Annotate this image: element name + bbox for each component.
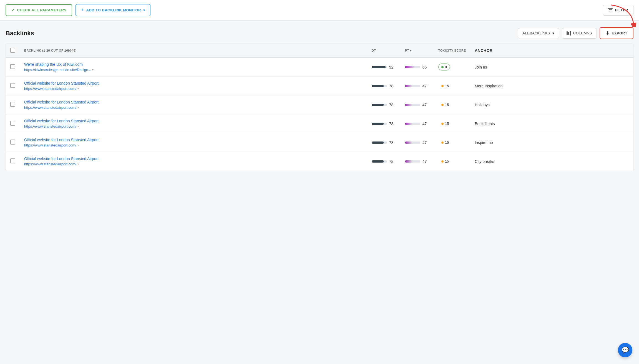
toxicity-dot-5 — [441, 160, 444, 163]
backlink-url-link-4[interactable]: https://www.stanstedairport.com/ — [24, 143, 76, 147]
anchor-text-5: City breaks — [475, 159, 494, 164]
row-dt-cell-2: 78 — [367, 95, 401, 114]
dt-score-number-4: 78 — [389, 140, 394, 145]
backlink-url-link-0[interactable]: https://kiwicomdesign.notion.site/Design… — [24, 68, 91, 72]
toxicity-value-4: 15 — [445, 140, 449, 145]
dt-score-number-1: 78 — [389, 84, 394, 88]
dt-score-bar-0 — [372, 66, 387, 68]
dt-score-number-5: 78 — [389, 159, 394, 164]
backlink-title-3[interactable]: Official website for London Stansted Air… — [24, 119, 363, 123]
pt-score-number-5: 47 — [422, 159, 427, 164]
toolbar: ✓ CHECK ALL PARAMETERS + ADD TO BACKLINK… — [0, 0, 639, 21]
row-dt-cell-3: 78 — [367, 114, 401, 133]
dt-score-container-5: 78 — [372, 159, 396, 164]
toolbar-right: FILTER — [603, 5, 633, 16]
pt-score-bar-3 — [405, 123, 420, 125]
header-pt[interactable]: PT ▾ — [401, 44, 434, 57]
select-all-checkbox[interactable] — [10, 48, 15, 53]
columns-icon — [567, 31, 571, 36]
row-checkbox-0[interactable] — [10, 64, 15, 69]
header-dt: DT — [367, 44, 401, 57]
row-dt-cell-5: 78 — [367, 152, 401, 171]
row-pt-cell-5: 47 — [401, 152, 434, 171]
row-backlink-cell-5: Official website for London Stansted Air… — [20, 152, 367, 171]
pt-score-bar-0 — [405, 66, 420, 68]
row-checkbox-cell — [6, 133, 20, 152]
row-toxicity-cell-4: 15 — [434, 133, 471, 152]
row-pt-cell-1: 47 — [401, 77, 434, 95]
row-checkbox-3[interactable] — [10, 121, 15, 126]
backlink-url-link-2[interactable]: https://www.stanstedairport.com/ — [24, 105, 76, 110]
url-expand-icon-1[interactable]: ▾ — [77, 87, 79, 90]
table-header: BACKLINK (1-20 OUT OF 109046) DT PT ▾ TO… — [6, 44, 633, 57]
sort-desc-icon: ▾ — [410, 49, 412, 52]
check-all-label: CHECK ALL PARAMETERS — [17, 8, 67, 12]
header-anchor: ANCHOR — [470, 44, 633, 57]
row-dt-cell-0: 92 — [367, 57, 401, 77]
page-title: Backlinks — [6, 30, 34, 37]
pt-col-label: PT — [405, 49, 409, 52]
columns-button[interactable]: COLUMNS — [562, 28, 597, 39]
pt-score-fill-3 — [405, 123, 412, 125]
check-all-parameters-button[interactable]: ✓ CHECK ALL PARAMETERS — [6, 4, 72, 16]
row-checkbox-1[interactable] — [10, 83, 15, 88]
toxicity-value-2: 15 — [445, 103, 449, 107]
dt-score-bar-5 — [372, 160, 387, 163]
row-pt-cell-0: 66 — [401, 57, 434, 77]
filter-icon — [608, 8, 613, 12]
toxicity-value-5: 15 — [445, 159, 449, 163]
backlink-title-4[interactable]: Official website for London Stansted Air… — [24, 138, 363, 142]
export-button[interactable]: ⬇ EXPORT — [600, 27, 633, 39]
toxicity-badge-0: 0 — [438, 64, 450, 70]
toxicity-badge-2: 15 — [438, 101, 452, 108]
backlink-title-1[interactable]: Official website for London Stansted Air… — [24, 81, 363, 85]
url-expand-icon-2[interactable]: ▾ — [77, 106, 79, 109]
pt-score-number-1: 47 — [422, 84, 427, 88]
url-expand-icon-3[interactable]: ▾ — [77, 125, 79, 128]
pt-score-number-0: 66 — [422, 65, 427, 69]
export-button-container: ⬇ EXPORT — [600, 27, 633, 39]
row-toxicity-cell-2: 15 — [434, 95, 471, 114]
section-header: Backlinks ALL BACKLINKS ▾ COLUMNS — [6, 27, 633, 39]
download-icon: ⬇ — [606, 31, 610, 36]
dt-score-container-2: 78 — [372, 103, 396, 107]
row-checkbox-2[interactable] — [10, 102, 15, 107]
main-content: Backlinks ALL BACKLINKS ▾ COLUMNS — [0, 21, 639, 178]
backlink-title-0[interactable]: We're shaping the UX of Kiwi.com — [24, 62, 363, 67]
dt-score-fill-1 — [372, 85, 384, 87]
backlink-url-link-5[interactable]: https://www.stanstedairport.com/ — [24, 162, 76, 166]
filter-button[interactable]: FILTER — [603, 5, 633, 16]
backlink-title-2[interactable]: Official website for London Stansted Air… — [24, 100, 363, 104]
add-to-backlink-monitor-button[interactable]: + ADD TO BACKLINK MONITOR ▾ — [76, 4, 151, 16]
row-anchor-cell-1: More Inspiration — [470, 77, 633, 95]
export-label: EXPORT — [612, 31, 627, 35]
backlink-url-link-1[interactable]: https://www.stanstedairport.com/ — [24, 87, 76, 91]
url-expand-icon-4[interactable]: ▾ — [77, 144, 79, 147]
backlinks-table-container: BACKLINK (1-20 OUT OF 109046) DT PT ▾ TO… — [6, 44, 633, 171]
dt-score-number-0: 92 — [389, 65, 394, 69]
url-expand-icon-0[interactable]: ▾ — [92, 68, 94, 71]
row-backlink-cell-1: Official website for London Stansted Air… — [20, 77, 367, 95]
toxicity-value-1: 15 — [445, 84, 449, 88]
backlink-title-5[interactable]: Official website for London Stansted Air… — [24, 156, 363, 161]
row-toxicity-cell-1: 15 — [434, 77, 471, 95]
pt-score-bar-2 — [405, 104, 420, 106]
toxicity-col-label: TOXICITY SCORE — [438, 49, 466, 52]
dt-score-number-3: 78 — [389, 122, 394, 126]
backlink-url-2: https://www.stanstedairport.com/ ▾ — [24, 105, 363, 110]
all-backlinks-dropdown-button[interactable]: ALL BACKLINKS ▾ — [518, 28, 559, 38]
backlink-url-link-3[interactable]: https://www.stanstedairport.com/ — [24, 124, 76, 128]
table-row: Official website for London Stansted Air… — [6, 95, 633, 114]
pt-score-container-1: 47 — [405, 84, 429, 88]
anchor-text-2: Holidays — [475, 103, 490, 107]
filter-label: FILTER — [615, 8, 628, 12]
toxicity-dot-1 — [441, 85, 444, 87]
table-row: Official website for London Stansted Air… — [6, 133, 633, 152]
url-expand-icon-5[interactable]: ▾ — [77, 163, 79, 166]
toxicity-value-3: 15 — [445, 122, 449, 126]
plus-icon: + — [81, 7, 84, 13]
row-checkbox-5[interactable] — [10, 158, 15, 163]
row-backlink-cell-0: We're shaping the UX of Kiwi.com https:/… — [20, 57, 367, 77]
row-checkbox-4[interactable] — [10, 140, 15, 145]
anchor-text-4: Inspire me — [475, 140, 493, 145]
